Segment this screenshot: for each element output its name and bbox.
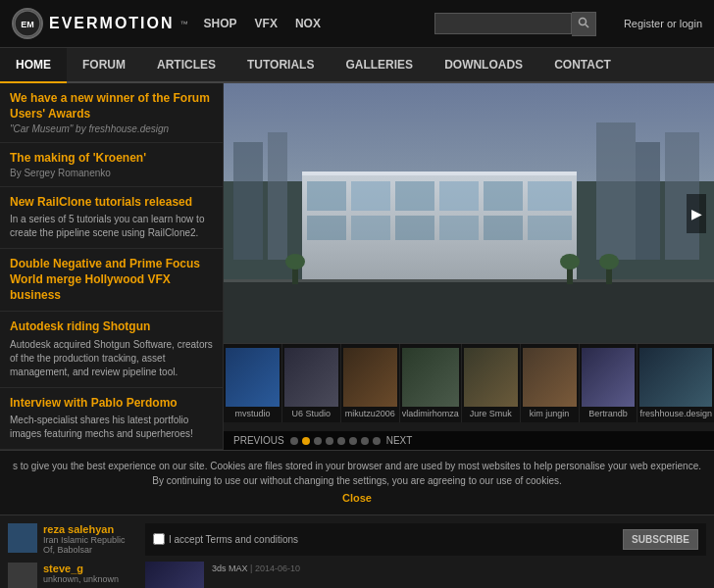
thumb-img-6 bbox=[582, 348, 636, 407]
newsletter-text: I accept Terms and conditions bbox=[169, 534, 298, 545]
svg-rect-17 bbox=[484, 181, 523, 211]
svg-rect-9 bbox=[636, 142, 660, 260]
user-avatar-1 bbox=[8, 563, 37, 588]
sidebar-item-subtitle-0: "Car Museum" by freshhouse.design bbox=[10, 123, 213, 134]
user-name-0[interactable]: reza salehyan bbox=[43, 523, 135, 535]
dot-8[interactable] bbox=[373, 437, 381, 445]
dot-5[interactable] bbox=[337, 437, 345, 445]
svg-rect-18 bbox=[528, 181, 572, 211]
thumb-label-1: U6 Studio bbox=[284, 409, 338, 418]
sidebar-item-4[interactable]: Autodesk riding Shotgun Autodesk acquire… bbox=[0, 312, 223, 388]
slideshow-image: ▶ bbox=[224, 83, 714, 343]
cookie-text: s to give you the best experience on our… bbox=[13, 461, 701, 486]
newsletter-label[interactable]: I accept Terms and conditions bbox=[153, 533, 298, 545]
dot-1[interactable] bbox=[290, 437, 298, 445]
thumb-img-5 bbox=[523, 348, 577, 407]
sidebar-item-author-1: By Sergey Romanenko bbox=[10, 168, 213, 178]
svg-rect-12 bbox=[302, 172, 577, 175]
sidebar-item-2[interactable]: New RailClone tutorials released In a se… bbox=[0, 187, 223, 250]
dot-3[interactable] bbox=[314, 437, 322, 445]
sidebar-item-title-4[interactable]: Autodesk riding Shotgun bbox=[10, 319, 213, 335]
header: EM EVERMOTION™ SHOP VFX NOX Register or … bbox=[0, 0, 714, 48]
sidebar-item-1[interactable]: The making of 'Kroenen' By Sergey Romane… bbox=[0, 143, 223, 187]
slide-nav: PREVIOUS NEXT bbox=[224, 431, 714, 450]
auth-link[interactable]: Register or login bbox=[624, 18, 702, 29]
sidebar-item-title-1[interactable]: The making of 'Kroenen' bbox=[10, 151, 213, 167]
user-item-0: reza salehyan Iran Islamic Republic Of, … bbox=[8, 523, 135, 555]
logo-icon: EM bbox=[12, 8, 43, 39]
user-location-1: unknown, unknown bbox=[43, 574, 119, 584]
dot-4[interactable] bbox=[326, 437, 333, 445]
svg-line-3 bbox=[586, 24, 588, 27]
thumb-img-4 bbox=[464, 348, 518, 407]
sidebar-item-5[interactable]: Interview with Pablo Perdomo Mech-specia… bbox=[0, 388, 223, 451]
bottom-users: reza salehyan Iran Islamic Republic Of, … bbox=[8, 523, 135, 588]
thumb-2[interactable]: mikutzu2006 bbox=[341, 344, 400, 422]
svg-rect-20 bbox=[351, 216, 390, 240]
slide-prev[interactable]: PREVIOUS bbox=[233, 435, 284, 446]
sidebar-item-desc-5: Mech-specialist shares his latest portfo… bbox=[10, 414, 213, 441]
nav-home[interactable]: HOME bbox=[0, 48, 67, 83]
header-nav-shop[interactable]: SHOP bbox=[204, 17, 237, 30]
svg-text:EM: EM bbox=[21, 20, 34, 29]
user-item-1: steve_g unknown, unknown bbox=[8, 563, 135, 588]
slide-dots bbox=[290, 437, 381, 445]
nav-articles[interactable]: ARTICLES bbox=[141, 48, 231, 81]
sidebar-item-desc-4: Autodesk acquired Shotgun Software, crea… bbox=[10, 338, 213, 379]
subscribe-button[interactable]: SUBSCRIBE bbox=[623, 529, 698, 550]
thumb-5[interactable]: kim jungin bbox=[521, 344, 580, 422]
sidebar: We have a new winner of the Forum Users'… bbox=[0, 83, 224, 450]
svg-rect-23 bbox=[484, 216, 523, 240]
header-nav-nox[interactable]: NOX bbox=[295, 17, 321, 30]
article-thumb-0 bbox=[145, 562, 204, 588]
search-input[interactable] bbox=[434, 13, 572, 34]
cookie-bar: s to give you the best experience on our… bbox=[0, 450, 714, 515]
user-location-0: Iran Islamic Republic Of, Babolsar bbox=[43, 535, 135, 555]
sidebar-item-0[interactable]: We have a new winner of the Forum Users'… bbox=[0, 83, 223, 143]
thumb-img-7 bbox=[639, 348, 712, 407]
svg-rect-24 bbox=[528, 216, 572, 240]
thumb-0[interactable]: mvstudio bbox=[224, 344, 282, 422]
nav-downloads[interactable]: DOWNLOADS bbox=[429, 48, 538, 81]
thumb-img-0 bbox=[226, 348, 280, 407]
user-info-1: steve_g unknown, unknown bbox=[43, 563, 119, 584]
slide-next[interactable]: NEXT bbox=[386, 435, 413, 446]
dot-2[interactable] bbox=[302, 437, 310, 445]
thumb-4[interactable]: Jure Smuk bbox=[462, 344, 521, 422]
nav-forum[interactable]: FORUM bbox=[67, 48, 141, 81]
thumb-7[interactable]: freshhouse.design bbox=[638, 344, 714, 422]
user-info-0: reza salehyan Iran Islamic Republic Of, … bbox=[43, 523, 135, 555]
thumb-img-2 bbox=[343, 348, 397, 407]
nav-galleries[interactable]: GALLERIES bbox=[330, 48, 429, 81]
user-name-1[interactable]: steve_g bbox=[43, 563, 119, 574]
svg-rect-7 bbox=[268, 132, 287, 260]
dot-6[interactable] bbox=[349, 437, 357, 445]
sidebar-item-title-0[interactable]: We have a new winner of the Forum Users'… bbox=[10, 91, 213, 122]
newsletter-checkbox[interactable] bbox=[153, 533, 165, 545]
nav-tutorials[interactable]: TUTORIALS bbox=[231, 48, 330, 81]
thumbnails-row: mvstudio U6 Studio mikutzu2006 vladimirh… bbox=[224, 343, 714, 422]
thumb-3[interactable]: vladimirhomza bbox=[400, 344, 462, 422]
search-button[interactable] bbox=[572, 12, 596, 36]
thumb-label-7: freshhouse.design bbox=[639, 409, 712, 418]
dot-7[interactable] bbox=[361, 437, 369, 445]
header-nav-vfx[interactable]: VFX bbox=[255, 17, 278, 30]
cookie-close[interactable]: Close bbox=[342, 490, 372, 507]
svg-rect-6 bbox=[233, 142, 263, 260]
article-content-0: 3ds MAX | 2014-06-10 bbox=[212, 562, 300, 588]
thumb-6[interactable]: Bertrandb bbox=[580, 344, 638, 422]
sidebar-item-title-5[interactable]: Interview with Pablo Perdomo bbox=[10, 396, 213, 412]
user-avatar-0 bbox=[8, 523, 37, 553]
logo-text: EVERMOTION bbox=[49, 15, 175, 32]
sidebar-item-3[interactable]: Double Negative and Prime Focus World me… bbox=[0, 249, 223, 312]
slide-arrow-right[interactable]: ▶ bbox=[687, 194, 706, 233]
svg-point-2 bbox=[579, 18, 586, 24]
nav-contact[interactable]: CONTACT bbox=[538, 48, 627, 81]
sidebar-item-title-2[interactable]: New RailClone tutorials released bbox=[10, 195, 213, 211]
thumb-1[interactable]: U6 Studio bbox=[282, 344, 341, 422]
svg-rect-21 bbox=[395, 216, 434, 240]
logo[interactable]: EM EVERMOTION™ bbox=[12, 8, 188, 39]
article-item-0: 3ds MAX | 2014-06-10 bbox=[145, 562, 706, 588]
sidebar-item-title-3[interactable]: Double Negative and Prime Focus World me… bbox=[10, 257, 213, 303]
main-nav: HOME FORUM ARTICLES TUTORIALS GALLERIES … bbox=[0, 48, 714, 83]
